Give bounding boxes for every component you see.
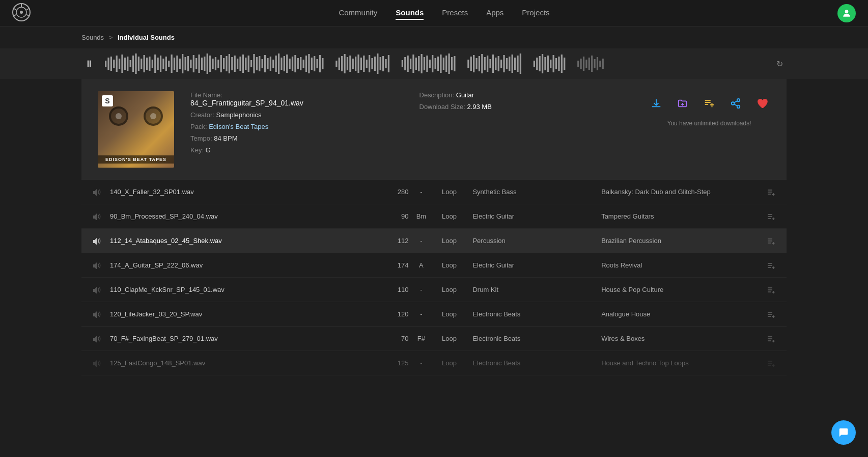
track-row[interactable]: 110_ClapMe_KckSnr_SP_145_01.wav 110 - Lo… <box>81 278 787 302</box>
track-row[interactable]: 140_X_Faller_32_SP01.wav 280 - Loop Synt… <box>81 180 787 204</box>
waveform-display[interactable]: // This will be rendered via inline SVG … <box>105 52 764 75</box>
svg-point-178 <box>737 99 740 102</box>
track-filename: 140_X_Faller_32_SP01.wav <box>106 188 378 196</box>
svg-rect-96 <box>355 57 356 71</box>
share-button[interactable] <box>727 95 744 112</box>
actions-panel: You have unlimited downloads! <box>648 91 770 127</box>
svg-rect-167 <box>594 59 595 68</box>
track-speaker-icon <box>88 360 106 367</box>
favorite-button[interactable] <box>754 95 770 112</box>
track-pack: Roots Revival <box>601 261 762 269</box>
track-row[interactable]: 120_LifeJacker_03_20_SP.wav 120 - Loop E… <box>81 302 787 327</box>
track-type: Loop <box>434 335 464 342</box>
track-instrument: Electronic Beats <box>464 335 601 342</box>
track-filename: 110_ClapMe_KckSnr_SP_145_01.wav <box>106 286 378 293</box>
breadcrumb-parent[interactable]: Sounds <box>81 34 104 41</box>
svg-point-179 <box>732 102 735 105</box>
logo[interactable] <box>12 3 31 23</box>
add-to-playlist-track-button[interactable] <box>762 286 780 293</box>
refresh-button[interactable]: ↻ <box>772 57 787 71</box>
pause-button[interactable]: ⏸ <box>81 56 97 71</box>
add-to-folder-button[interactable] <box>675 95 691 112</box>
track-filename: 174_A_Guitar_SP_222_06.wav <box>106 261 378 269</box>
svg-rect-38 <box>184 57 186 70</box>
svg-rect-137 <box>489 59 491 68</box>
nav-sounds[interactable]: Sounds <box>396 6 424 20</box>
nav-apps[interactable]: Apps <box>486 6 503 20</box>
add-to-playlist-track-button[interactable] <box>762 311 780 318</box>
track-row[interactable]: 112_14_Atabaques_02_45_Shek.wav 112 - Lo… <box>81 229 787 253</box>
svg-rect-13 <box>116 56 118 72</box>
add-to-playlist-track-button[interactable] <box>762 360 780 367</box>
add-to-playlist-track-button[interactable] <box>762 213 780 220</box>
nav-projects[interactable]: Projects <box>522 6 549 20</box>
track-row[interactable]: 174_A_Guitar_SP_222_06.wav 174 A Loop El… <box>81 253 787 278</box>
key-label: Key: <box>190 146 204 154</box>
svg-rect-157 <box>555 58 557 69</box>
svg-rect-72 <box>278 53 279 74</box>
add-to-playlist-button[interactable] <box>701 95 717 112</box>
svg-rect-11 <box>110 57 112 71</box>
svg-rect-16 <box>124 58 126 70</box>
chat-bubble-button[interactable] <box>831 420 856 445</box>
svg-rect-65 <box>259 56 260 71</box>
svg-rect-104 <box>377 53 378 74</box>
key-row: Key: G <box>190 146 403 154</box>
svg-rect-48 <box>212 59 213 69</box>
svg-rect-116 <box>421 54 423 73</box>
track-speaker-icon <box>88 311 106 318</box>
svg-rect-33 <box>171 55 173 73</box>
svg-rect-111 <box>407 56 409 72</box>
track-speaker-icon <box>88 213 106 220</box>
track-filename: 70_F#_FaxingBeat_SP_279_01.wav <box>106 335 378 342</box>
add-to-playlist-track-button[interactable] <box>762 237 780 245</box>
user-avatar[interactable] <box>837 4 856 22</box>
nav-presets[interactable]: Presets <box>442 6 468 20</box>
svg-rect-153 <box>544 57 546 70</box>
svg-rect-89 <box>335 61 337 67</box>
svg-rect-46 <box>207 53 208 74</box>
svg-rect-68 <box>267 58 268 69</box>
track-row[interactable]: 90_Bm_Processed_SP_240_04.wav 90 Bm Loop… <box>81 204 787 229</box>
svg-rect-151 <box>539 56 541 71</box>
svg-rect-66 <box>262 59 263 68</box>
svg-rect-81 <box>303 60 304 68</box>
track-row[interactable]: 125_FastCongo_148_SP01.wav 125 - Loop El… <box>81 351 787 375</box>
svg-rect-53 <box>226 56 227 71</box>
svg-rect-39 <box>187 56 189 71</box>
add-to-playlist-track-button[interactable] <box>762 189 780 196</box>
svg-rect-128 <box>454 56 455 71</box>
svg-rect-105 <box>380 57 381 70</box>
svg-line-182 <box>734 101 737 103</box>
svg-rect-86 <box>316 59 318 68</box>
pack-label: Pack: <box>190 123 207 130</box>
svg-rect-135 <box>484 57 486 70</box>
breadcrumb-current: Individual Sounds <box>118 34 175 41</box>
track-bpm: 174 <box>378 261 408 269</box>
add-to-playlist-track-button[interactable] <box>762 262 780 269</box>
svg-rect-49 <box>215 57 216 70</box>
track-type: Loop <box>434 359 464 367</box>
svg-rect-79 <box>297 58 299 69</box>
track-key: A <box>408 261 434 269</box>
svg-rect-144 <box>509 57 510 71</box>
download-size-label: Download Size: <box>419 103 465 111</box>
svg-rect-101 <box>369 55 370 72</box>
track-bpm: 112 <box>378 237 408 245</box>
pack-value[interactable]: Edison's Beat Tapes <box>209 123 268 130</box>
svg-rect-125 <box>445 56 447 72</box>
nav-community[interactable]: Community <box>339 6 377 20</box>
track-row[interactable]: 70_F#_FaxingBeat_SP_279_01.wav 70 F# Loo… <box>81 327 787 351</box>
description-row: Description: Guitar <box>419 91 632 99</box>
svg-rect-164 <box>585 60 587 68</box>
svg-rect-121 <box>435 58 436 69</box>
svg-rect-138 <box>492 55 494 73</box>
svg-rect-132 <box>475 58 477 69</box>
svg-rect-155 <box>550 60 551 68</box>
add-to-playlist-track-button[interactable] <box>762 335 780 342</box>
svg-rect-93 <box>347 57 348 70</box>
svg-rect-28 <box>157 58 159 70</box>
track-instrument: Drum Kit <box>464 286 601 293</box>
svg-rect-61 <box>248 56 249 72</box>
download-button[interactable] <box>648 95 664 112</box>
